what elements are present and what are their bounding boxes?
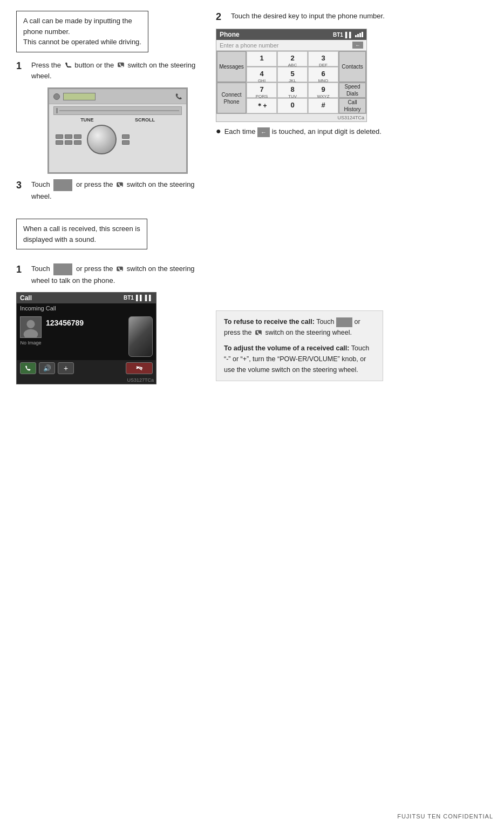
touch-button-recv — [53, 263, 72, 275]
step1-num: 1 — [16, 60, 27, 72]
step2-making-call: 2 Touch the desired key to input the pho… — [216, 11, 488, 23]
call-title: Call — [20, 294, 32, 302]
incoming-call-label: Incoming Call — [17, 303, 156, 313]
adjust-title: To adjust the volume of a received call: — [224, 344, 349, 352]
key-star[interactable]: ＊+ — [247, 98, 277, 113]
caller-number: 123456789 — [46, 316, 124, 329]
phone-image-tag: US3124TCa — [216, 114, 366, 121]
phone-input-placeholder: Enter a phone number — [220, 42, 278, 49]
step3-num: 3 — [16, 179, 27, 192]
handset-icon — [64, 60, 72, 71]
key-9[interactable]: 9WXYZ — [308, 83, 338, 98]
call-header-info: BT1 ▌▌ ▌▌ — [124, 295, 153, 301]
refuse-paragraph: To refuse to receive the call: Touch or … — [224, 316, 375, 338]
info-box: To refuse to receive the call: Touch or … — [216, 310, 383, 381]
notice-line1: A call can be made by inputting the — [23, 16, 141, 26]
svg-point-3 — [26, 320, 35, 328]
key-hash[interactable]: # — [308, 98, 338, 113]
no-image-label: No Image — [20, 340, 41, 346]
svg-point-4 — [24, 329, 38, 337]
phone-switch-icon — [117, 60, 125, 71]
refuse-phone-icon — [255, 328, 262, 338]
car-radio-image: 📞 TUNE SCROLL — [47, 87, 188, 174]
speaker-btn[interactable]: 🔊 — [39, 362, 55, 374]
step1-receiving-call: 1 Touch or press the switch on the steer… — [16, 263, 200, 287]
answer-call-btn[interactable] — [20, 362, 36, 374]
key-1[interactable]: 1 — [247, 51, 277, 66]
call-image-tag: US3127TCa — [17, 376, 156, 384]
notice-line2: phone number. — [23, 26, 141, 37]
refuse-touch-btn — [336, 317, 352, 327]
bar4 — [362, 32, 363, 37]
backspace-inline-icon: ← — [257, 127, 270, 138]
messages-btn[interactable]: Messages — [217, 51, 246, 82]
step1-text: Press the button or the switch on the s — [31, 60, 200, 83]
key-0[interactable]: 0 — [277, 98, 308, 113]
key-3[interactable]: 3DEF — [308, 51, 338, 66]
refuse-title: To refuse to receive the call: — [224, 318, 315, 326]
step2-text: Touch the desired key to input the phone… — [231, 11, 385, 22]
key-6[interactable]: 6MNO — [308, 67, 338, 82]
recv-step1-text: Touch or press the switch on the steerin… — [31, 263, 200, 287]
call-screen-header: Call BT1 ▌▌ ▌▌ — [17, 293, 156, 303]
adjust-paragraph: To adjust the volume of a received call:… — [224, 343, 375, 375]
key-2[interactable]: 2ABC — [277, 51, 308, 66]
speed-dials-btn[interactable]: SpeedDials — [339, 83, 366, 98]
call-signal: ▌▌ ▌▌ — [136, 295, 153, 301]
bar2 — [357, 34, 359, 37]
phone-graphic — [128, 316, 153, 357]
bt-label: BT1 — [333, 32, 343, 38]
step3-text: Touch or press the switch on the steerin… — [31, 179, 200, 202]
signal-icon: ▌▌ — [345, 32, 353, 38]
notice-line3: This cannot be operated while driving. — [23, 37, 141, 48]
key-8[interactable]: 8TUV — [277, 83, 308, 98]
step2-num: 2 — [216, 11, 227, 23]
phone-screen-header: Phone BT1 ▌▌ — [216, 29, 366, 40]
phone-ui-screen: Phone BT1 ▌▌ Enter a phone number — [216, 29, 367, 122]
call-history-btn[interactable]: CallHistory — [339, 98, 366, 113]
backspace-button[interactable]: ← — [352, 42, 363, 49]
key-5[interactable]: 5JKL — [277, 67, 308, 82]
notice-recv-line2: displayed with a sound. — [23, 234, 140, 245]
volume-up-btn[interactable]: + — [58, 362, 74, 374]
bullet-text: Each time ← is touched, an input digit i… — [224, 126, 382, 137]
connect-phone-btn[interactable]: ConnectPhone — [217, 83, 246, 113]
key-7[interactable]: 7PQRS — [247, 83, 277, 98]
step3-making-call: 3 Touch or press the switch on the steer… — [16, 179, 200, 202]
phone-screen-title: Phone — [220, 31, 240, 38]
signal-bars — [355, 32, 363, 37]
bullet-note: ● Each time ← is touched, an input digit… — [216, 126, 488, 137]
bullet-symbol: ● — [216, 127, 221, 136]
phone-screen-info: BT1 ▌▌ — [333, 32, 363, 38]
recv-step1-num: 1 — [16, 263, 27, 276]
confidential-footer: FUJITSU TEN CONFIDENTIAL — [397, 813, 493, 820]
incoming-call-screen: Call BT1 ▌▌ ▌▌ Incoming Call — [16, 292, 156, 384]
notice-recv-line1: When a call is received, this screen is — [23, 224, 140, 234]
phone-switch-icon3 — [116, 264, 124, 275]
notice-box-receiving-call: When a call is received, this screen is … — [16, 219, 147, 249]
key-4[interactable]: 4GHI — [247, 67, 277, 82]
step1-making-call: 1 Press the button or the — [16, 60, 200, 83]
bar3 — [359, 33, 361, 37]
phone-input-row: Enter a phone number ← — [216, 40, 366, 51]
caller-avatar — [20, 316, 42, 338]
call-bt: BT1 — [124, 295, 134, 301]
touch-button-step3 — [53, 179, 72, 191]
notice-box-making-call: A call can be made by inputting the phon… — [16, 11, 148, 52]
contacts-btn[interactable]: Contacts — [339, 51, 366, 82]
phone-switch-icon2 — [116, 180, 124, 191]
reject-call-btn[interactable] — [126, 362, 153, 374]
bar1 — [355, 35, 357, 37]
